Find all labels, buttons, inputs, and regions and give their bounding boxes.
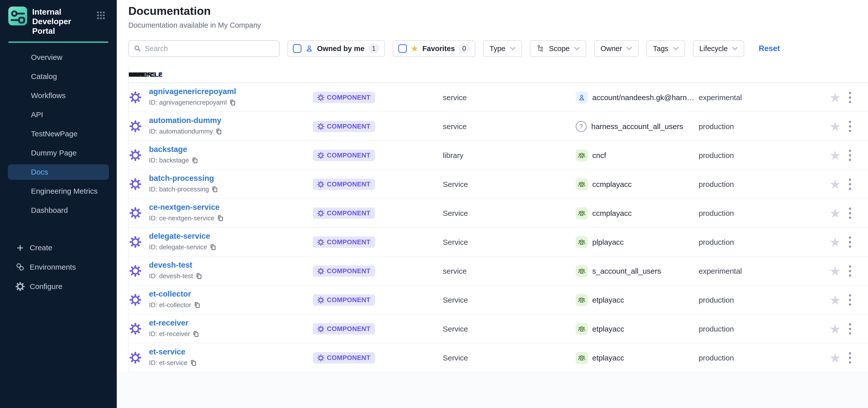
entity-name-link[interactable]: devesh-test [149, 260, 192, 270]
kebab-menu-icon[interactable] [849, 112, 851, 141]
table-body: agnivagenericrepoyaml ID: agnivagenericr… [128, 83, 868, 372]
group-icon [576, 294, 588, 306]
copy-icon[interactable] [217, 215, 224, 222]
sidebar-item[interactable]: Engineering Metrics [8, 183, 109, 199]
kebab-menu-icon[interactable] [849, 314, 851, 343]
page-subtitle: Documentation available in My Company [128, 21, 261, 29]
person-icon [305, 44, 313, 53]
table-row: delegate-service ID: delegate-service [128, 228, 868, 257]
sidebar-item-label: Engineering Metrics [31, 187, 98, 195]
entity-name-link[interactable]: agnivagenericrepoyaml [149, 87, 236, 96]
entity-id: ID: et-collector [149, 301, 200, 309]
owner-dropdown[interactable]: Owner [594, 40, 639, 57]
entity-name-link[interactable]: automation-dummy [149, 116, 221, 125]
group-icon [576, 149, 588, 161]
apps-grid-icon[interactable] [97, 11, 105, 20]
favorite-star-icon[interactable]: ★ [829, 314, 841, 343]
kebab-menu-icon[interactable] [849, 343, 851, 372]
sidebar-item-configure[interactable]: Configure [0, 279, 117, 294]
kind-badge-label: COMPONENT [327, 123, 371, 130]
favorite-star-icon[interactable]: ★ [829, 257, 841, 285]
owner-cell: etplayacc [576, 285, 624, 314]
sidebar-item[interactable]: Docs [8, 164, 109, 180]
copy-icon[interactable] [195, 273, 202, 279]
kebab-menu-icon[interactable] [849, 285, 851, 314]
favorite-star-icon[interactable]: ★ [829, 285, 841, 314]
entity-gear-icon [129, 149, 142, 161]
scope-dropdown[interactable]: Scope [530, 40, 586, 57]
favorite-star-icon[interactable]: ★ [829, 141, 841, 170]
copy-icon[interactable] [211, 186, 218, 193]
entity-name-link[interactable]: delegate-service [149, 232, 210, 241]
sidebar-item-create[interactable]: + Create [0, 240, 117, 256]
kebab-menu-icon[interactable] [849, 170, 851, 199]
lifecycle-dropdown-label: Lifecycle [700, 44, 728, 53]
sidebar-item[interactable]: Overview [8, 50, 109, 65]
copy-icon[interactable] [229, 99, 236, 106]
table-row: et-collector ID: et-collector [128, 285, 868, 314]
kebab-menu-icon[interactable] [849, 199, 851, 228]
search-input[interactable] [145, 44, 274, 53]
type-dropdown[interactable]: Type [483, 40, 522, 57]
group-icon [576, 265, 588, 277]
lifecycle-cell: production [699, 141, 734, 170]
entity-name-link[interactable]: backstage [149, 145, 187, 154]
entity-name-link[interactable]: et-receiver [149, 318, 188, 327]
copy-icon[interactable] [190, 359, 197, 366]
copy-icon[interactable] [210, 244, 216, 251]
favorite-star-icon[interactable]: ★ [829, 343, 841, 372]
kind-badge: COMPONENT [313, 352, 375, 364]
kind-badge-label: COMPONENT [327, 296, 371, 304]
favorite-star-icon[interactable]: ★ [829, 170, 841, 199]
table-row: automation-dummy ID: automationdummy [128, 112, 868, 141]
entity-name-link[interactable]: ce-nextgen-service [149, 203, 220, 212]
kind-badge-label: COMPONENT [327, 180, 371, 188]
owned-by-me-filter[interactable]: Owned by me 1 [287, 40, 385, 57]
favorites-filter[interactable]: ★ Favorites 0 [393, 40, 475, 57]
component-gear-icon [317, 94, 324, 101]
kebab-menu-icon[interactable] [849, 257, 851, 285]
kind-badge-label: COMPONENT [327, 267, 371, 275]
sidebar-item[interactable]: API [8, 107, 109, 123]
copy-icon[interactable] [191, 157, 198, 164]
sidebar: Internal Developer Portal Overview Catal… [0, 0, 117, 408]
sidebar-item[interactable]: Dummy Page [8, 145, 109, 161]
brand-title: Internal Developer Portal [32, 7, 90, 36]
sidebar-item[interactable]: TestNewPage [8, 126, 109, 142]
entity-id: ID: ce-nextgen-service [149, 214, 224, 222]
copy-icon[interactable] [194, 302, 200, 308]
favorite-star-icon[interactable]: ★ [829, 199, 841, 228]
kebab-menu-icon[interactable] [849, 83, 851, 112]
tags-dropdown-label: Tags [653, 44, 668, 53]
tags-dropdown[interactable]: Tags [646, 40, 685, 57]
favorite-star-icon[interactable]: ★ [829, 228, 841, 257]
reset-button[interactable]: Reset [758, 44, 780, 53]
lifecycle-cell: production [699, 343, 734, 372]
star-icon: ★ [411, 44, 418, 53]
kebab-menu-icon[interactable] [849, 228, 851, 257]
sidebar-item-label: Docs [31, 168, 48, 176]
owner-cell: ccmplayacc [576, 199, 632, 228]
copy-icon[interactable] [215, 128, 222, 135]
sidebar-item[interactable]: Catalog [8, 69, 109, 84]
entity-name-link[interactable]: et-collector [149, 289, 191, 299]
lifecycle-dropdown[interactable]: Lifecycle [693, 40, 744, 57]
type-cell: service [443, 112, 467, 141]
sidebar-item[interactable]: Workflows [8, 88, 109, 103]
kind-badge: COMPONENT [313, 323, 375, 335]
owned-by-me-checkbox[interactable] [293, 44, 302, 53]
favorites-checkbox[interactable] [398, 44, 407, 53]
kind-badge: COMPONENT [313, 121, 375, 132]
copy-icon[interactable] [192, 331, 199, 337]
favorites-count: 0 [459, 43, 470, 54]
entity-name-link[interactable]: et-service [149, 347, 185, 356]
page-title: Documentation [128, 4, 211, 18]
sidebar-item-environments[interactable]: Environments [0, 259, 117, 275]
component-gear-icon [317, 210, 324, 217]
favorite-star-icon[interactable]: ★ [829, 112, 841, 141]
entity-name-link[interactable]: batch-processing [149, 174, 214, 183]
sidebar-item[interactable]: Dashboard [8, 202, 109, 218]
favorite-star-icon[interactable]: ★ [829, 83, 841, 112]
kind-badge: COMPONENT [313, 294, 375, 306]
kebab-menu-icon[interactable] [849, 141, 851, 170]
